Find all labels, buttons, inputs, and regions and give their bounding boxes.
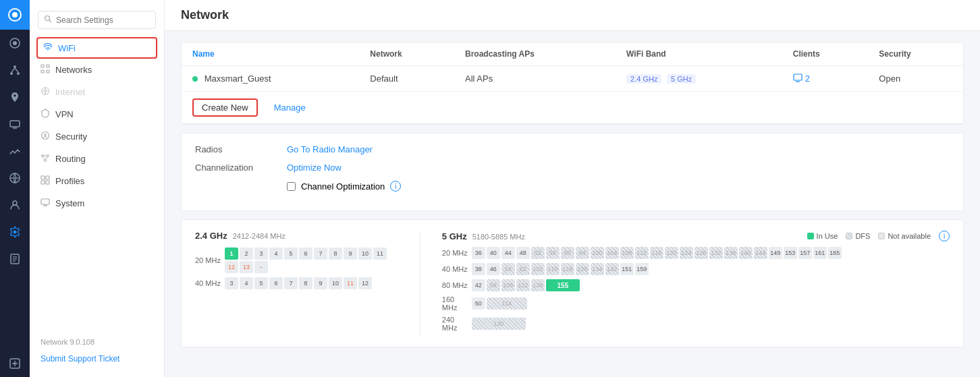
ch-cell[interactable]: 64 [576, 247, 589, 259]
ch-cell-active[interactable]: 155 [546, 279, 580, 291]
ch-cell[interactable]: 4 [269, 248, 283, 260]
ch-cell[interactable]: 149 [769, 247, 782, 259]
analytics-icon[interactable] [0, 138, 30, 165]
ch-cell[interactable]: 118 [561, 263, 574, 275]
sidebar-item-system[interactable]: System [30, 192, 164, 214]
sidebar-item-networks[interactable]: Networks [30, 59, 164, 81]
ch-cell[interactable]: 136 [724, 247, 738, 259]
create-new-button[interactable]: Create New [192, 98, 258, 117]
ch-cell[interactable]: 8 [299, 277, 312, 289]
devices-icon[interactable] [0, 111, 30, 138]
add-icon[interactable] [0, 350, 30, 377]
ch-cell[interactable]: 161 [813, 247, 827, 259]
topology-icon[interactable] [0, 57, 30, 84]
support-link[interactable]: Submit Support Ticket [30, 351, 164, 372]
ch-cell[interactable]: 126 [576, 263, 589, 275]
ch-cell[interactable]: 144 [754, 247, 767, 259]
ch-cell[interactable]: 9 [344, 248, 357, 260]
ch-cell[interactable]: 3 [254, 248, 268, 260]
ch-cell[interactable]: 132 [709, 247, 723, 259]
ch-cell[interactable]: 108 [620, 247, 634, 259]
ch-cell[interactable]: 12 [358, 277, 372, 289]
ch-cell[interactable]: 122 [516, 279, 530, 291]
ch-cell[interactable]: 36 [472, 247, 485, 259]
app-logo[interactable] [0, 0, 30, 30]
ch-cell[interactable]: 11 [373, 248, 387, 260]
info-icon[interactable]: i [390, 181, 401, 192]
ch-cell[interactable]: 110 [546, 263, 560, 275]
ch-cell[interactable]: 1 [225, 248, 238, 260]
sidebar-item-vpn[interactable]: VPN [30, 103, 164, 125]
ch-cell[interactable]: 165 [828, 247, 842, 259]
ch-cell[interactable]: 120 [665, 247, 678, 259]
ch-cell[interactable]: 6 [299, 248, 312, 260]
ch-cell[interactable]: 114 [487, 297, 527, 310]
ch-cell[interactable]: 56 [546, 247, 560, 259]
ch-cell[interactable]: 140 [739, 247, 753, 259]
ch-cell[interactable]: 52 [531, 247, 545, 259]
ch-cell[interactable]: 9 [314, 277, 327, 289]
location-icon[interactable] [0, 84, 30, 111]
ch-cell[interactable]: 40 [487, 247, 500, 259]
map-icon[interactable] [0, 165, 30, 192]
ch-cell[interactable]: 42 [472, 279, 485, 291]
reports-icon[interactable] [0, 245, 30, 272]
ch-cell[interactable]: 104 [605, 247, 619, 259]
clients-link[interactable]: 2 [793, 73, 858, 84]
ch-cell[interactable]: 8 [329, 248, 342, 260]
ch-cell[interactable]: 7 [314, 248, 327, 260]
channelization-link[interactable]: Optimize Now [287, 163, 342, 173]
legend-info-icon[interactable]: i [939, 231, 950, 241]
ch-cell[interactable]: 46 [487, 263, 500, 275]
ch-cell[interactable]: 142 [605, 263, 619, 275]
ch-cell[interactable]: 128 [695, 247, 708, 259]
ch-cell[interactable]: 130 [472, 318, 526, 330]
people-icon[interactable] [0, 192, 30, 219]
ch-cell[interactable]: 106 [501, 279, 515, 291]
ch-cell[interactable]: 116 [650, 247, 663, 259]
ch-cell[interactable]: 151 [620, 263, 634, 275]
ch-cell[interactable]: 112 [635, 247, 649, 259]
manage-button[interactable]: Manage [266, 98, 314, 117]
search-input[interactable] [56, 16, 150, 25]
ch-cell[interactable]: 5 [284, 248, 298, 260]
ch-cell[interactable]: 134 [591, 263, 604, 275]
ch-cell[interactable]: 44 [501, 247, 515, 259]
ch-cell[interactable]: 4 [240, 277, 253, 289]
sidebar-item-profiles[interactable]: Profiles [30, 170, 164, 192]
ch-cell[interactable]: - [254, 261, 268, 273]
ch-cell[interactable]: 7 [284, 277, 298, 289]
settings-icon[interactable] [0, 219, 30, 245]
ch-cell[interactable]: 124 [680, 247, 693, 259]
ch-cell[interactable]: 10 [329, 277, 342, 289]
ch-cell[interactable]: 50 [472, 297, 485, 310]
ch-cell[interactable]: 38 [472, 263, 485, 275]
sidebar-item-internet[interactable]: Internet [30, 81, 164, 103]
ch-cell[interactable]: 2 [240, 248, 253, 260]
ch-cell[interactable]: 48 [516, 247, 530, 259]
home-icon[interactable] [0, 30, 30, 57]
search-box[interactable] [38, 11, 156, 29]
ch-cell[interactable]: 5 [254, 277, 268, 289]
ch-cell[interactable]: 12 [225, 261, 238, 273]
ch-cell[interactable]: 138 [531, 279, 545, 291]
ch-cell[interactable]: 54 [501, 263, 515, 275]
ch-cell[interactable]: 159 [635, 263, 649, 275]
ch-cell[interactable]: 153 [784, 247, 797, 259]
ch-cell[interactable]: 10 [358, 248, 372, 260]
ch-cell[interactable]: 11 [344, 277, 357, 289]
ch-cell[interactable]: 60 [561, 247, 574, 259]
ch-cell[interactable]: 3 [225, 277, 238, 289]
ch-cell[interactable]: 58 [487, 279, 500, 291]
ch-cell[interactable]: 100 [591, 247, 604, 259]
ch-cell[interactable]: 102 [531, 263, 545, 275]
ch-cell[interactable]: 62 [516, 263, 530, 275]
radios-link[interactable]: Go To Radio Manager [287, 144, 373, 154]
sidebar-item-security[interactable]: Security [30, 125, 164, 148]
ch-cell[interactable]: 13 [240, 261, 253, 273]
ch-cell[interactable]: 157 [798, 247, 812, 259]
channel-opt-checkbox[interactable] [287, 182, 296, 191]
ch-cell[interactable]: 6 [269, 277, 283, 289]
sidebar-item-wifi[interactable]: WiFi [36, 37, 157, 59]
sidebar-item-routing[interactable]: Routing [30, 148, 164, 170]
